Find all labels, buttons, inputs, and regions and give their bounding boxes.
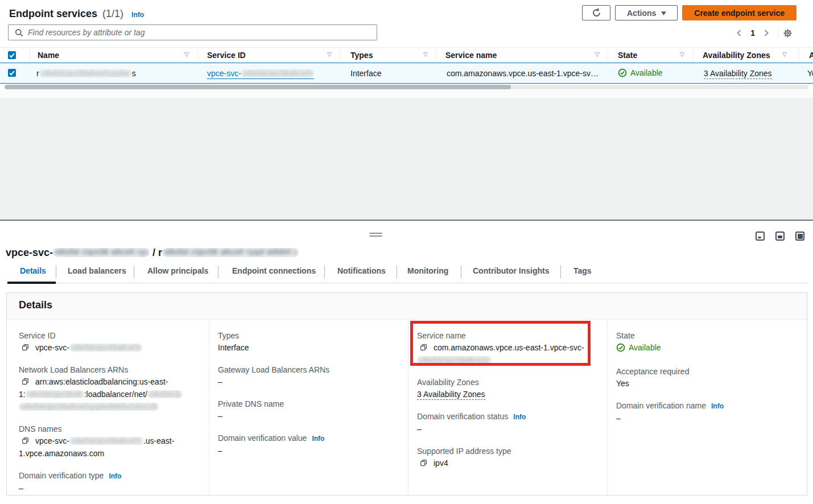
tab-divider xyxy=(134,266,134,278)
column-header-availability-zones[interactable]: Availability Zones xyxy=(703,51,770,60)
service-id-link[interactable]: vpce-svc- xyxy=(207,69,314,78)
check-icon xyxy=(9,53,15,58)
previous-page-button[interactable] xyxy=(733,28,745,38)
column-divider[interactable] xyxy=(198,49,199,61)
info-link[interactable]: Info xyxy=(109,472,121,480)
sort-icon-availability-zones[interactable]: ▽ xyxy=(782,51,787,57)
preferences-gear-button[interactable] xyxy=(783,29,792,38)
copy-icon[interactable] xyxy=(21,378,30,386)
column-header-types[interactable]: Types xyxy=(350,51,373,60)
field-label: Network Load Balancers ARNs xyxy=(19,364,201,375)
tab-monitoring[interactable]: Monitoring xyxy=(407,266,448,275)
page-title: Endpoint services (1/1) Info xyxy=(9,7,144,22)
cell-acceptance: Yes xyxy=(807,69,813,78)
sort-icon-service-name[interactable]: ▽ xyxy=(595,51,600,57)
tab-contributor-insights[interactable]: Contributor Insights xyxy=(473,266,550,275)
field-value: Yes xyxy=(616,377,798,390)
details-column-divider xyxy=(607,320,608,495)
redacted-account-id xyxy=(26,390,84,398)
cell-name: rs xyxy=(36,69,136,78)
column-divider[interactable] xyxy=(692,49,693,61)
create-endpoint-service-button[interactable]: Create endpoint service xyxy=(682,5,797,20)
sort-icon-service-id[interactable]: ▽ xyxy=(327,51,332,57)
search-input[interactable] xyxy=(28,28,377,37)
check-icon xyxy=(9,71,15,76)
field-label: Acceptance required xyxy=(616,366,798,377)
column-header-service-name[interactable]: Service name xyxy=(445,51,497,60)
panel-size-large-icon[interactable] xyxy=(795,232,804,241)
details-column-divider xyxy=(408,320,408,495)
refresh-icon xyxy=(592,8,601,18)
refresh-button[interactable] xyxy=(582,5,610,20)
table-row[interactable]: rs vpce-svc- Interface com.amazonaws.vpc… xyxy=(0,63,813,84)
scrollbar-thumb[interactable] xyxy=(5,85,511,89)
tab-tags[interactable]: Tags xyxy=(573,266,592,275)
panel-size-small-icon[interactable] xyxy=(756,232,765,241)
field-label: State xyxy=(616,330,798,341)
page-title-text: Endpoint services xyxy=(9,8,97,19)
field-value: – xyxy=(616,412,798,424)
column-divider[interactable] xyxy=(608,49,608,61)
column-divider[interactable] xyxy=(436,49,436,61)
tab-notifications[interactable]: Notifications xyxy=(337,266,386,275)
header-actions: Actions ▼ Create endpoint service xyxy=(582,5,797,20)
availability-zones-trigger[interactable]: 3 Availability Zones xyxy=(417,390,485,400)
actions-button[interactable]: Actions ▼ xyxy=(615,5,678,20)
tab-divider xyxy=(56,266,56,278)
tab-bar-baseline xyxy=(7,283,808,283)
field-value: 3 Availability Zones xyxy=(417,388,599,400)
column-header-name[interactable]: Name xyxy=(38,51,59,60)
copy-icon[interactable] xyxy=(419,459,428,468)
tab-details[interactable]: Details xyxy=(20,266,46,275)
field-value: – xyxy=(218,410,400,422)
column-divider[interactable] xyxy=(799,49,799,61)
sort-icon-types[interactable]: ▽ xyxy=(423,51,428,57)
redacted-name xyxy=(39,69,132,77)
field-label: DNS names xyxy=(19,423,201,435)
column-header-acceptance[interactable]: A xyxy=(809,51,813,60)
availability-zones-trigger[interactable]: 3 Availability Zones xyxy=(704,69,772,79)
search-icon xyxy=(15,28,23,37)
details-card: Details Service ID vpce-svc- Netw xyxy=(6,292,807,495)
panel-size-medium-icon[interactable] xyxy=(775,232,785,241)
tab-endpoint-connections[interactable]: Endpoint connections xyxy=(232,266,316,275)
actions-button-label: Actions xyxy=(627,9,656,18)
sort-icon-name[interactable]: ▽ xyxy=(184,51,189,57)
split-panel-drag-handle[interactable] xyxy=(369,233,382,237)
tab-load-balancers[interactable]: Load balancers xyxy=(68,266,126,275)
select-all-checkbox[interactable] xyxy=(8,51,16,59)
row-checkbox[interactable] xyxy=(8,69,16,77)
field-label: Service ID xyxy=(19,330,201,341)
field-value: – xyxy=(417,423,599,435)
page-background-gap xyxy=(0,98,813,220)
info-link[interactable]: Info xyxy=(131,11,144,19)
field-label: Private DNS name xyxy=(218,398,400,410)
tab-divider xyxy=(324,266,325,278)
tab-divider xyxy=(397,266,397,278)
redacted-lb-name xyxy=(147,390,183,398)
tab-divider xyxy=(560,266,561,278)
column-header-service-id[interactable]: Service ID xyxy=(207,51,246,60)
field-supported-ip-address-type: Supported IP address type ipv4 xyxy=(417,445,599,469)
tab-allow-principals[interactable]: Allow principals xyxy=(147,266,208,275)
copy-icon[interactable] xyxy=(21,344,30,352)
endpoint-services-page: Endpoint services (1/1) Info Actions ▼ C… xyxy=(0,0,813,504)
field-label: Domain verification nameInfo xyxy=(616,400,798,412)
field-label: Availability Zones xyxy=(417,377,599,388)
copy-icon[interactable] xyxy=(419,344,428,352)
field-dns-names: DNS names vpce-svc-.us-east- 1.vpce.amaz… xyxy=(19,423,201,460)
field-value: Available xyxy=(616,341,798,356)
cell-availability-zones: 3 Availability Zones xyxy=(704,69,772,78)
redacted-arn-tail xyxy=(19,403,159,411)
info-link[interactable]: Info xyxy=(711,402,724,410)
info-link[interactable]: Info xyxy=(513,413,526,421)
field-label: Service name xyxy=(417,330,599,341)
info-link[interactable]: Info xyxy=(312,435,324,443)
copy-icon[interactable] xyxy=(21,437,30,445)
column-header-state[interactable]: State xyxy=(618,51,637,60)
next-page-button[interactable] xyxy=(761,28,772,38)
sort-icon-state[interactable]: ▽ xyxy=(680,51,684,57)
column-divider[interactable] xyxy=(340,49,341,61)
field-label: Gateway Load Balancers ARNs xyxy=(218,364,400,375)
column-divider xyxy=(30,49,30,61)
